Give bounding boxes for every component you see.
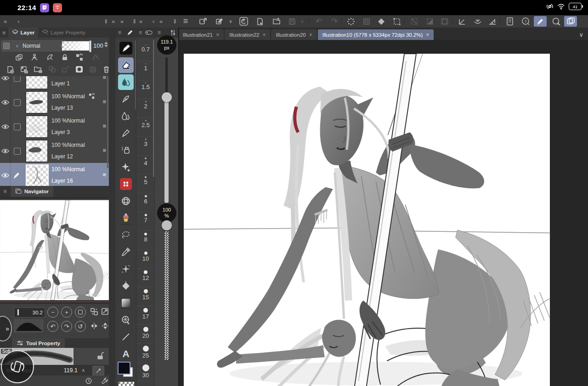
tab-overflow-icon[interactable]: ∨ [579, 31, 583, 38]
tool-airbrush[interactable] [118, 142, 134, 158]
snap-ruler-button[interactable] [456, 16, 469, 27]
main-color-swatch[interactable] [118, 362, 130, 375]
layer-row-layer16-selected[interactable]: 100 %Normal Layer 16 ≡ [0, 163, 109, 186]
tool-lasso[interactable] [118, 227, 134, 243]
size-preset[interactable]: 3 [136, 136, 155, 156]
layer-visibility-toggle[interactable] [0, 76, 11, 90]
navigator-rotation-gauge[interactable] [14, 319, 43, 332]
snap-grid-button[interactable] [486, 16, 499, 27]
workspace-button[interactable] [564, 16, 577, 27]
tool-decoration[interactable] [118, 159, 134, 175]
fullscreen-canvas-button[interactable] [101, 308, 109, 317]
tab-illustration10-active[interactable]: Illustration10 (5778 x 5334px 72dpi 30.2… [318, 29, 434, 40]
layer-mask-icon[interactable] [75, 66, 83, 75]
size-preset[interactable]: 10 [136, 249, 155, 269]
layer-menu-handle[interactable]: ≡ [102, 98, 106, 105]
expand-panel-icon[interactable]: » [112, 15, 115, 28]
tab-illustration21[interactable]: Illustration21× [178, 29, 224, 40]
tool-eraser-selected[interactable] [118, 57, 134, 73]
tool-fountain-pen[interactable] [118, 91, 134, 107]
undo-button[interactable]: ↶ [312, 16, 325, 27]
help-button[interactable]: ? [519, 16, 532, 27]
tool-pen[interactable] [118, 40, 134, 56]
collapse-tools-icon[interactable]: « [120, 15, 124, 28]
palette-menu-icon[interactable]: ≡ [0, 29, 8, 36]
fill-button[interactable] [375, 16, 388, 27]
new-raster-layer-icon[interactable] [6, 66, 14, 75]
set-as-ruler-icon[interactable] [91, 54, 100, 63]
flip-vertical-button[interactable] [101, 322, 109, 332]
rotate-right-button[interactable]: ↷ [61, 321, 72, 332]
close-tab-icon[interactable]: × [262, 32, 266, 38]
opacity-slider-track[interactable] [164, 231, 169, 360]
size-preset[interactable]: 0.7 [136, 42, 155, 62]
navigator-preview[interactable] [0, 197, 109, 304]
new-vector-layer-icon[interactable] [20, 66, 28, 75]
layer-menu-handle[interactable]: ≡ [102, 171, 106, 178]
back-icon[interactable]: ‹ [17, 15, 19, 28]
opacity-slider-handle[interactable] [89, 40, 91, 52]
layer-row-layer1[interactable]: Layer 1 ≡ [0, 76, 109, 90]
layer-thumbnail[interactable] [26, 140, 48, 162]
layer-row-layer3[interactable]: 100 %Normal Layer 3 ≡ [0, 114, 109, 139]
layer-thumbnail[interactable] [26, 76, 48, 89]
collapse-slider-icon[interactable]: « [159, 15, 163, 28]
size-preset[interactable]: 7 [136, 212, 155, 231]
layer-visibility-toggle[interactable] [0, 90, 11, 114]
layer-visibility-toggle[interactable] [0, 114, 11, 139]
layer-menu-handle[interactable]: ≡ [102, 123, 106, 129]
size-preset[interactable]: 2.5 [136, 117, 155, 137]
export-share-button[interactable] [197, 16, 209, 27]
layer-row-layer13[interactable]: 100 %Normal Layer 13 ≡ [0, 90, 109, 115]
document-canvas[interactable] [184, 54, 550, 386]
lock-layer-icon[interactable] [62, 54, 68, 63]
merge-layer-icon[interactable] [62, 66, 69, 75]
size-slider-track-lower[interactable] [164, 97, 169, 203]
draft-layer-icon[interactable] [46, 54, 54, 63]
layer-visibility-toggle[interactable] [0, 139, 11, 163]
size-preset[interactable]: 1 [136, 61, 155, 80]
layer-thumbnail[interactable] [26, 116, 48, 138]
processing-button[interactable] [345, 16, 357, 27]
reset-view-button[interactable] [549, 16, 562, 27]
size-preset[interactable]: 20 [136, 324, 155, 344]
tool-material-cupcake[interactable] [118, 210, 134, 226]
layer-row-layer12[interactable]: 100 %Normal Layer 12 ≡ [0, 139, 109, 163]
slider-palette-menu-icon[interactable]: ≡ [158, 29, 161, 36]
fit-to-screen-button[interactable] [75, 307, 86, 318]
layer-checkbox[interactable] [14, 76, 21, 82]
new-folder-icon[interactable] [34, 66, 42, 75]
reset-tool-icon[interactable] [85, 377, 92, 385]
unlock-icon[interactable] [96, 352, 104, 360]
tool-figure-line[interactable] [118, 329, 134, 345]
layer-thumbnail[interactable] [26, 164, 49, 186]
deselect-button[interactable] [408, 16, 421, 27]
open-file-button[interactable] [270, 16, 283, 27]
invert-selection-button[interactable] [424, 16, 436, 27]
apply-mask-icon[interactable] [89, 66, 97, 75]
opacity-slider[interactable] [62, 41, 92, 51]
save-menu[interactable]: ∨ [299, 16, 306, 27]
size-slider-handle[interactable] [162, 92, 172, 102]
layer-menu-handle[interactable]: ≡ [102, 76, 106, 81]
screen-rotate-float-button[interactable] [1, 350, 34, 383]
combine-to-below-icon[interactable] [48, 66, 56, 75]
screentone-button[interactable] [360, 16, 373, 27]
swap-view-button[interactable] [90, 308, 98, 318]
layer-menu-handle[interactable]: ≡ [102, 147, 106, 154]
navigator-zoom-slider[interactable]: 30.2 [14, 308, 45, 318]
navigator-menu-icon[interactable]: ≡ [0, 188, 11, 195]
tab-layer[interactable]: Layer [8, 28, 39, 38]
edit-external-button[interactable] [213, 16, 226, 27]
tab-navigator[interactable]: Navigator [11, 186, 53, 197]
size-preset[interactable]: 17 [136, 306, 155, 325]
layer-visibility-toggle[interactable] [0, 163, 11, 186]
opacity-slider-handle[interactable] [162, 220, 172, 230]
lock-transparent-pixels-icon[interactable] [76, 54, 83, 63]
snap-special-ruler-button[interactable] [471, 16, 484, 27]
tab-illustration20[interactable]: Illustration20× [271, 29, 317, 40]
close-tab-icon[interactable]: × [216, 32, 219, 38]
close-tab-icon[interactable]: × [309, 32, 312, 38]
tool-material-red[interactable] [118, 176, 134, 192]
size-preset[interactable]: 2 [136, 99, 155, 118]
